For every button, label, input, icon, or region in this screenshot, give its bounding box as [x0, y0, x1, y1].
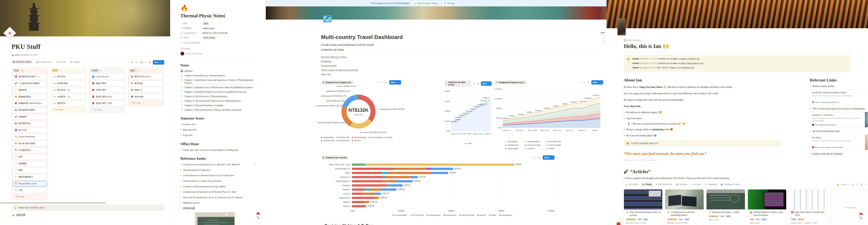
- board-card[interactable]: 🔥能源物理基础: [13, 94, 47, 100]
- line-chart[interactable]: NT$0NT$40KNT$80KNT$120KNT$160KNT$32KNT$4…: [444, 88, 492, 141]
- column-name-chip[interactable]: 物理: [13, 69, 20, 72]
- property-value[interactable]: 2020 spring: [203, 36, 216, 39]
- profile-photo[interactable]: [618, 18, 626, 35]
- search-icon[interactable]: 🔍: [140, 61, 143, 64]
- view-tab-list-all[interactable]: ☷list-all: [55, 60, 67, 64]
- bar-stack[interactable]: [352, 180, 413, 182]
- author-link[interactable]: Ian Xiao: [11, 53, 19, 56]
- chart-title-pill[interactable]: ☰Expense by Country: [321, 155, 349, 160]
- page-link-chapter[interactable]: 📄Chapter 3: Transport Properties in Clos…: [180, 90, 258, 93]
- board-card[interactable]: ➕数理大作业 (a,b,c): [129, 74, 163, 79]
- settings-button[interactable]: ⚙Settings: [442, 1, 457, 5]
- sort-icon[interactable]: ⇅: [131, 61, 133, 64]
- new-button[interactable]: New⌄: [543, 155, 555, 160]
- toggle-decision-making[interactable]: ▼ Decision Making & ToDos: [321, 223, 603, 225]
- board-card[interactable]: 📕健康心理学: [90, 81, 124, 86]
- view-tab-gallery[interactable]: ⊞Gallery: [69, 60, 82, 64]
- board-card[interactable]: ✖️线性代数A: [129, 94, 163, 100]
- board-card[interactable]: 📕普通心理学(THU): [90, 94, 124, 100]
- article-card[interactable]: 📝Markdown File Query - Githubproductivit…: [706, 189, 745, 225]
- expand-icon[interactable]: ⤢: [145, 61, 147, 64]
- author-mascot-badge[interactable]: [859, 213, 864, 220]
- donut-chart[interactable]: NT$132K Total NTD transportationAir Tick…: [321, 84, 401, 146]
- property-value[interactable]: Haitao Quan: [203, 27, 215, 30]
- filter-icon[interactable]: ≡: [532, 156, 533, 159]
- locked-toggle[interactable]: 🔒Locked: [837, 183, 847, 186]
- expand-icon[interactable]: ⤢: [535, 156, 537, 159]
- editor-placeholder[interactable]: Press 'space' for AI, '/' for commands…: [624, 159, 790, 161]
- property-label[interactable]: ≡授课教授: [180, 27, 203, 30]
- cover-image-sunset-sea[interactable]: [607, 0, 868, 28]
- grade-tracking-link[interactable]: ⚠️ 成績追蹤: [12, 213, 164, 217]
- board-card[interactable]: ☢️保健物理学 Health Physics: [13, 101, 47, 106]
- chart-title-pill[interactable]: ◷Expense by Category (P...: [321, 80, 354, 84]
- add-comment-row[interactable]: Add a comment...: [180, 51, 258, 55]
- filter-icon[interactable]: ≡: [581, 81, 582, 84]
- view-template-listing-button[interactable]: ◲View template listing: [412, 1, 439, 5]
- settings-icon[interactable]: ⚙: [587, 81, 589, 84]
- board-card[interactable]: ⚛️量子力学: [13, 127, 47, 133]
- search-icon[interactable]: 🔍: [860, 183, 863, 186]
- section-link[interactable]: Decision Making & ToDos: [321, 56, 603, 59]
- settings-icon[interactable]: ⚙: [149, 61, 151, 64]
- board-card[interactable]: ➖数学资源: [129, 81, 163, 86]
- new-button[interactable]: New⌄: [153, 60, 164, 65]
- relevant-link-text[interactable]: Connect with Ian on LinkedIn!: [812, 152, 842, 155]
- new-button[interactable]: New⌄: [591, 80, 603, 84]
- bar-stack[interactable]: [352, 205, 366, 207]
- page-link-chapter[interactable]: 📄Chapter 1: Equilibrium States and Equat…: [180, 79, 258, 84]
- board-card[interactable]: 🧬生物物理: [13, 114, 47, 120]
- board-card[interactable]: 🔨力学: [13, 188, 47, 193]
- update-link[interactable]: https://www.ianhsiao.me: [671, 66, 694, 69]
- view-tab-board-by-term[interactable]: ▥board/by term: [35, 60, 54, 64]
- update-link[interactable]: https://blog.ianhsiao.me: [681, 62, 704, 65]
- page-link-chapter[interactable]: 📄Chapter 4: The First Law of Thermodynam…: [180, 95, 258, 98]
- board-card[interactable]: 🚀广义相对论与天体物理: [13, 81, 47, 86]
- filter-icon[interactable]: ≡: [378, 81, 380, 84]
- bar-stack[interactable]: [352, 163, 514, 166]
- page-link-chapter[interactable]: 📄Chapter 0: Introduction to Thermal Phys…: [180, 74, 258, 77]
- cover-image-pagoda[interactable]: [0, 0, 170, 36]
- board-card[interactable]: 📄普物實驗: [13, 161, 47, 166]
- property-label[interactable]: ☰Term: [180, 36, 203, 39]
- article-tab-science[interactable]: ⚛Science: [689, 182, 703, 187]
- new-page-button[interactable]: +New page: [90, 107, 124, 112]
- cover-image-map[interactable]: [266, 6, 607, 20]
- section-link[interactable]: Other Info: [321, 73, 603, 76]
- board-card[interactable]: 📖哲学导论: [52, 74, 85, 79]
- bar-stack[interactable]: [352, 201, 369, 203]
- new-page-button[interactable]: +New page: [13, 194, 47, 199]
- bar-stack[interactable]: [352, 184, 403, 187]
- board-card[interactable]: ⚡现电: [13, 167, 47, 173]
- expand-icon[interactable]: ⤢: [381, 81, 383, 84]
- property-value[interactable]: March 10, 2021 10:25 AM: [203, 32, 227, 34]
- chart-title-pill[interactable]: ⤴Expense by date (Line): [444, 80, 471, 87]
- bar-chart[interactable]: Return Ticket (TW) + ComNT$32KUnited Kin…: [321, 162, 555, 208]
- page-icon-map[interactable]: 🗺️: [322, 15, 333, 24]
- board-card[interactable]: 🪶天体物理导论: [13, 148, 47, 153]
- view-tab-board-by-subject[interactable]: ▥board/by subject: [11, 60, 33, 64]
- creator-link[interactable]: Ian Hsiao: [334, 48, 344, 51]
- bar-stack[interactable]: [352, 168, 453, 170]
- expand-icon[interactable]: ⤢: [865, 183, 867, 186]
- update-link[interactable]: https://ianhsiao.xyz: [682, 57, 700, 60]
- column-name-chip[interactable]: 數學: [129, 69, 136, 72]
- article-tab-self-reflections[interactable]: ●Self Reflections: [654, 182, 674, 186]
- board-card[interactable]: 🔥热力学与统计物理: [13, 141, 47, 146]
- section-link[interactable]: Photo Copies of Important Document: [321, 69, 603, 71]
- new-page-button[interactable]: +New page: [129, 101, 163, 105]
- board-card[interactable]: 📖科學與宗教: [52, 81, 85, 86]
- settings-icon[interactable]: ⚙: [538, 156, 540, 159]
- article-card[interactable]: ⚛️High School Physics Teacher (6hr, 2022…: [789, 189, 828, 225]
- page-link-chapter[interactable]: 📄Chapter 5: The Second and Third Laws of…: [180, 100, 258, 102]
- board-card[interactable]: 📕生理心理学: [90, 87, 124, 93]
- article-tab-heptabase[interactable]: ✳Heptabase: [703, 182, 718, 187]
- article-card[interactable]: 🤞Video Editing/Planning in 2023 (AI assi…: [624, 189, 662, 225]
- board-card[interactable]: ⚛️现代物理前沿讲座（一）: [13, 74, 47, 79]
- add-comment-button[interactable]: 💬Add comment: [624, 39, 868, 42]
- board-card[interactable]: ⚡现电实验: [13, 87, 47, 93]
- property-label[interactable]: ◷Created time: [180, 32, 203, 34]
- link-preview-card[interactable]: Ian Hsiao | Notion Template CreatorDisco…: [810, 89, 868, 105]
- article-tab-templates-i-made[interactable]: ▣Templates I Made: [719, 182, 741, 187]
- comment-badge-icon[interactable]: ⊞: [254, 163, 256, 166]
